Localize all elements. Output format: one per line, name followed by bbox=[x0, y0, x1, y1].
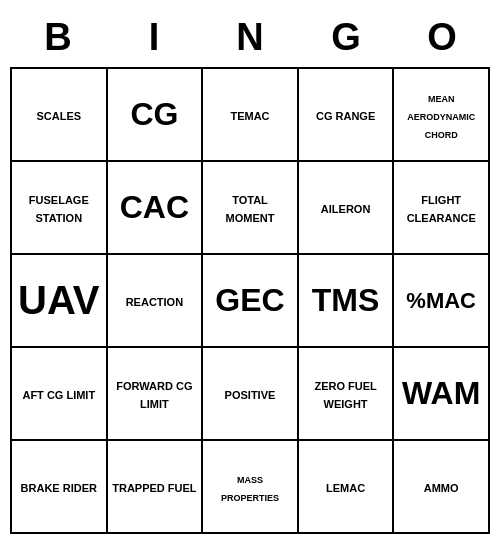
table-row: REACTION bbox=[107, 254, 203, 347]
letter-i: I bbox=[106, 16, 202, 59]
table-row: AMMO bbox=[393, 440, 489, 533]
table-row: POSITIVE bbox=[202, 347, 298, 440]
table-row: ZERO FUEL WEIGHT bbox=[298, 347, 394, 440]
table-row: BRAKE RIDER bbox=[11, 440, 107, 533]
table-row: CG RANGE bbox=[298, 68, 394, 161]
table-row: AFT CG LIMIT bbox=[11, 347, 107, 440]
table-row: %MAC bbox=[393, 254, 489, 347]
table-row: FUSELAGE STATION bbox=[11, 161, 107, 254]
table-row: TOTAL MOMENT bbox=[202, 161, 298, 254]
table-row: CG bbox=[107, 68, 203, 161]
table-row: TMS bbox=[298, 254, 394, 347]
table-row: SCALES bbox=[11, 68, 107, 161]
letter-n: N bbox=[202, 16, 298, 59]
letter-b: B bbox=[10, 16, 106, 59]
table-row: TEMAC bbox=[202, 68, 298, 161]
table-row: LEMAC bbox=[298, 440, 394, 533]
table-row: AILERON bbox=[298, 161, 394, 254]
bingo-grid: SCALESCGTEMACCG RANGEMEAN AERODYNAMIC CH… bbox=[10, 67, 490, 534]
letter-g: G bbox=[298, 16, 394, 59]
table-row: TRAPPED FUEL bbox=[107, 440, 203, 533]
table-row: MASS PROPERTIES bbox=[202, 440, 298, 533]
table-row: UAV bbox=[11, 254, 107, 347]
table-row: FORWARD CG LIMIT bbox=[107, 347, 203, 440]
table-row: CAC bbox=[107, 161, 203, 254]
bingo-title: B I N G O bbox=[10, 10, 490, 67]
table-row: WAM bbox=[393, 347, 489, 440]
table-row: FLIGHT CLEARANCE bbox=[393, 161, 489, 254]
table-row: MEAN AERODYNAMIC CHORD bbox=[393, 68, 489, 161]
table-row: GEC bbox=[202, 254, 298, 347]
letter-o: O bbox=[394, 16, 490, 59]
